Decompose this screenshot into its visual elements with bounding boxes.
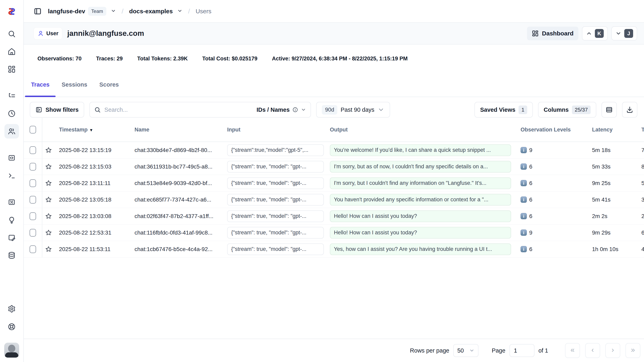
trace-output-preview[interactable]: Hello! How can I assist you today? [330,227,511,238]
bookmark-star-icon[interactable] [45,147,52,154]
langfuse-logo[interactable] [0,0,23,23]
row-star-cell [42,180,55,187]
column-header-name[interactable]: Name [132,127,224,133]
prompts-icon[interactable] [4,150,19,165]
trace-name[interactable]: chat:330bd4e7-d869-4b2f-80... [132,147,224,154]
bookmark-star-icon[interactable] [45,229,52,236]
trace-output-preview[interactable]: Hello! How can I assist you today? [330,210,511,222]
trace-clipped-value: 4 [642,246,644,252]
table-body: 2025-08-22 13:15:19 chat:330bd4e7-d869-4… [24,142,644,258]
breadcrumb-org[interactable]: langfuse-dev [48,8,85,15]
show-filters-button[interactable]: Show filters [30,102,84,118]
tab-traces[interactable]: Traces [25,73,56,97]
org-switcher-chevron-icon[interactable] [111,8,116,14]
column-header-input[interactable]: Input [224,127,327,133]
settings-icon[interactable] [4,302,19,316]
dashboards-icon[interactable] [4,62,19,76]
table-row[interactable]: 2025-08-22 13:03:08 chat:02f63f47-87b2-4… [24,208,644,224]
trace-input-preview[interactable]: {"stream": true, "model": "gpt-... [227,210,324,222]
trace-name[interactable]: chat:1cb67476-b5ce-4c4a-92... [132,246,224,252]
table-row[interactable]: 2025-08-22 13:05:18 chat:ec685f77-7374-4… [24,192,644,208]
trace-output-preview[interactable]: I'm sorry, but I couldn't find any infor… [330,178,511,189]
column-header-timestamp[interactable]: Timestamp▼ [55,127,132,133]
previous-item-button[interactable]: K [582,26,608,40]
row-checkbox[interactable] [30,229,36,236]
trace-name[interactable]: chat:3611931b-bc77-49c5-a8... [132,164,224,170]
table-row[interactable]: 2025-08-22 13:11:11 chat:513e84e9-9039-4… [24,175,644,192]
trace-input-preview[interactable]: {"stream": true, "model": "gpt-... [227,227,324,238]
trace-output-cell: You’re welcome! If you’d like, I can sha… [327,144,516,156]
select-all-checkbox[interactable] [30,126,36,134]
user-avatar[interactable] [4,343,19,358]
dashboard-button[interactable]: Dashboard [527,26,578,40]
column-header-observation-levels[interactable]: Observation Levels [516,127,592,133]
trace-input-preview[interactable]: {"stream": true, "model": "gpt-... [227,161,324,172]
bookmark-star-icon[interactable] [45,163,52,170]
search-input[interactable] [104,106,253,113]
next-page-button[interactable]: › [605,343,620,358]
tab-scores[interactable]: Scores [93,73,125,97]
row-height-button[interactable] [602,102,617,118]
trace-name[interactable]: chat:116fbfdc-0fd3-41af-99c8... [132,230,224,236]
table-row[interactable]: 2025-08-22 13:15:03 chat:3611931b-bc77-4… [24,158,644,175]
row-checkbox[interactable] [30,180,36,187]
trace-input-preview[interactable]: {"stream": true, "model": "gpt-... [227,244,324,255]
bookmark-star-icon[interactable] [45,180,52,187]
tab-sessions[interactable]: Sessions [56,73,93,97]
table-row[interactable]: 2025-08-22 13:15:19 chat:330bd4e7-d869-4… [24,142,644,158]
row-checkbox[interactable] [30,146,36,154]
row-checkbox[interactable] [30,163,36,170]
export-button[interactable] [622,102,637,118]
table-row[interactable]: 2025-08-22 11:53:11 chat:1cb67476-b5ce-4… [24,241,644,258]
info-level-icon: i [520,147,527,153]
trace-input-preview[interactable]: {"stream":true,"model":"gpt-5",... [227,144,324,156]
home-icon[interactable] [4,44,19,59]
trace-input-preview[interactable]: {"stream": true, "model": "gpt-... [227,178,324,189]
traces-table: Timestamp▼ Name Input Output Observation… [24,118,644,362]
columns-button[interactable]: Columns 25/37 [538,102,596,118]
tracing-icon[interactable] [4,88,19,103]
bookmark-star-icon[interactable] [45,213,52,220]
next-item-button[interactable]: J [612,26,637,40]
column-header-latency[interactable]: Latency [592,127,642,133]
evaluation-icon[interactable] [4,195,19,210]
trace-output-preview[interactable]: I'm sorry, but as of now, I couldn't fin… [330,161,511,172]
shortcut-keycap: J [624,29,633,38]
breadcrumb-project[interactable]: docs-examples [129,8,173,15]
users-icon[interactable] [4,124,19,138]
datasets-icon[interactable] [4,248,19,262]
support-icon[interactable] [4,320,19,334]
trace-name[interactable]: chat:ec685f77-7374-427c-a6... [132,196,224,203]
rows-per-page-select[interactable]: 50 [453,344,478,357]
trace-name[interactable]: chat:02f63f47-87b2-4377-a1ff... [132,213,224,220]
date-range-button[interactable]: 90d Past 90 days [316,102,390,118]
bookmark-star-icon[interactable] [45,196,52,203]
trace-output-preview[interactable]: Yes, how can I assist you? Are you havin… [330,244,511,255]
sessions-icon[interactable] [4,106,19,121]
row-checkbox[interactable] [30,196,36,204]
sidebar-toggle-icon[interactable] [32,6,44,17]
date-range-badge: 90d [322,105,337,114]
trace-name[interactable]: chat:513e84e9-9039-42d0-bf... [132,180,224,186]
column-header-clipped[interactable]: T [642,127,644,133]
trace-input-preview[interactable]: {"stream": true, "model": "gpt-... [227,194,324,206]
previous-page-button[interactable]: ‹ [585,343,600,358]
last-page-button[interactable]: » [626,343,640,358]
row-checkbox[interactable] [30,246,36,253]
first-page-button[interactable]: « [565,343,580,358]
table-row[interactable]: 2025-08-22 12:53:31 chat:116fbfdc-0fd3-4… [24,224,644,241]
trace-input-cell: {"stream": true, "model": "gpt-... [224,161,327,172]
trace-output-preview[interactable]: You’re welcome! If you’d like, I can sha… [330,144,511,156]
insights-icon[interactable] [4,212,19,227]
annotation-icon[interactable] [4,230,19,245]
search-icon[interactable] [4,26,19,41]
trace-output-preview[interactable]: You haven't provided any specific inform… [330,194,511,206]
column-header-output[interactable]: Output [327,127,516,133]
project-switcher-chevron-icon[interactable] [177,8,182,14]
row-checkbox[interactable] [30,212,36,220]
bookmark-star-icon[interactable] [45,246,52,253]
search-scope-selector[interactable]: IDs / Names [256,106,306,113]
playground-icon[interactable] [4,168,19,183]
saved-views-button[interactable]: Saved Views 1 [474,102,533,118]
page-number-input[interactable] [510,344,534,357]
